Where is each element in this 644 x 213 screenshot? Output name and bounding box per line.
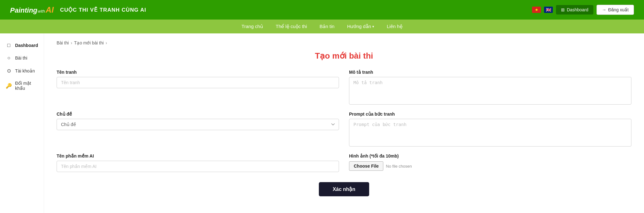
logout-button[interactable]: → Đăng xuất — [597, 5, 634, 15]
dashboard-sidebar-icon: □ — [6, 43, 12, 48]
doimatkhau-icon: 🔑 — [6, 83, 12, 89]
prompt-group: Prompt của bức tranh — [349, 112, 631, 147]
chu-de-label: Chủ đề — [57, 112, 339, 117]
logo-painting: Painting — [10, 6, 37, 14]
flag-vn-icon[interactable] — [532, 7, 541, 13]
submit-button[interactable]: Xác nhận — [319, 182, 369, 196]
prompt-textarea[interactable] — [349, 119, 631, 147]
nav-label-bantin: Bản tin — [319, 24, 334, 29]
breadcrumb: Bài thi › Tạo mới bài thi › — [57, 40, 631, 45]
sidebar-label-taikhoan: Tài khoản — [15, 68, 35, 73]
nav-label-lienhe: Liên hệ — [387, 24, 402, 29]
taikhoan-icon: ⊙ — [6, 68, 12, 74]
ai-group: Tên phần mềm AI — [57, 153, 339, 172]
mo-ta-textarea[interactable] — [349, 77, 631, 105]
baithi-icon: ○ — [6, 55, 12, 61]
chevron-down-icon: ▾ — [372, 25, 374, 29]
nav-item-huongdan[interactable]: Hướng dẫn ▾ — [347, 24, 374, 29]
sidebar-item-baithi[interactable]: ○ Bài thi — [0, 52, 44, 64]
sidebar-label-baithi: Bài thi — [15, 55, 27, 60]
sidebar-label-doimatkhau: Đổi mật khẩu — [15, 81, 38, 91]
submit-row: Xác nhận — [57, 182, 631, 196]
nav-label-trangchu: Trang chủ — [242, 24, 263, 29]
logo-ai: AI — [46, 5, 54, 15]
dashboard-label: Dashboard — [567, 7, 588, 12]
chu-de-group: Chủ đề Chủ đề — [57, 112, 339, 147]
ai-label: Tên phần mềm AI — [57, 153, 339, 158]
sidebar-item-doimatkhau[interactable]: 🔑 Đổi mật khẩu — [0, 77, 44, 94]
dashboard-button[interactable]: ⊞ Dashboard — [556, 5, 593, 14]
nav-bar: Trang chủ Thể lệ cuộc thi Bản tin Hướng … — [0, 20, 644, 33]
header-right: ⊞ Dashboard → Đăng xuất — [532, 5, 634, 15]
image-group: Hình ảnh (*tối đa 10mb) Choose File No f… — [349, 153, 631, 172]
nav-label-huongdan: Hướng dẫn — [347, 24, 371, 29]
breadcrumb-sep1: › — [71, 40, 72, 45]
flag-en-icon[interactable] — [544, 7, 553, 13]
sidebar-label-dashboard: Dashboard — [15, 43, 38, 48]
logo-with: with — [38, 9, 45, 14]
no-file-text: No file chosen — [386, 164, 412, 169]
mo-ta-label: Mô tả tranh — [349, 70, 631, 75]
mo-ta-group: Mô tả tranh — [349, 70, 631, 105]
nav-item-trangchu[interactable]: Trang chủ — [242, 24, 263, 29]
breadcrumb-taomoi[interactable]: Tạo mới bài thi — [74, 40, 104, 45]
logo: Painting with AI — [10, 5, 54, 15]
page-title: Tạo mới bài thi — [57, 51, 631, 61]
file-input-wrapper: Choose File No file chosen — [349, 161, 631, 171]
nav-item-bantin[interactable]: Bản tin — [319, 24, 334, 29]
ten-tranh-group: Tên tranh — [57, 70, 339, 105]
sidebar: □ Dashboard ○ Bài thi ⊙ Tài khoản 🔑 Đổi … — [0, 33, 44, 213]
logo-area: Painting with AI CUỘC THI VẼ TRANH CÙNG … — [10, 5, 146, 15]
ai-input[interactable] — [57, 161, 339, 172]
ten-tranh-label: Tên tranh — [57, 70, 339, 75]
prompt-label: Prompt của bức tranh — [349, 112, 631, 117]
nav-item-thele[interactable]: Thể lệ cuộc thi — [276, 24, 307, 29]
ten-tranh-input[interactable] — [57, 77, 339, 88]
top-header: Painting with AI CUỘC THI VẼ TRANH CÙNG … — [0, 0, 644, 20]
main-layout: □ Dashboard ○ Bài thi ⊙ Tài khoản 🔑 Đổi … — [0, 33, 644, 213]
logout-label: Đăng xuất — [608, 7, 629, 12]
main-content: Bài thi › Tạo mới bài thi › Tạo mới bài … — [44, 33, 644, 213]
image-label: Hình ảnh (*tối đa 10mb) — [349, 153, 631, 158]
sidebar-item-dashboard[interactable]: □ Dashboard — [0, 39, 44, 52]
site-title: CUỘC THI VẼ TRANH CÙNG AI — [60, 7, 146, 13]
dashboard-grid-icon: ⊞ — [561, 7, 565, 12]
chu-de-select[interactable]: Chủ đề — [57, 119, 339, 130]
breadcrumb-baithi[interactable]: Bài thi — [57, 40, 69, 45]
form-grid: Tên tranh Mô tả tranh Chủ đề Chủ đề Prom… — [57, 70, 631, 196]
logout-arrow-icon: → — [602, 7, 606, 12]
sidebar-item-taikhoan[interactable]: ⊙ Tài khoản — [0, 64, 44, 77]
nav-item-lienhe[interactable]: Liên hệ — [387, 24, 402, 29]
choose-file-button[interactable]: Choose File — [349, 161, 383, 171]
breadcrumb-sep2: › — [106, 40, 107, 45]
nav-label-thele: Thể lệ cuộc thi — [276, 24, 307, 29]
